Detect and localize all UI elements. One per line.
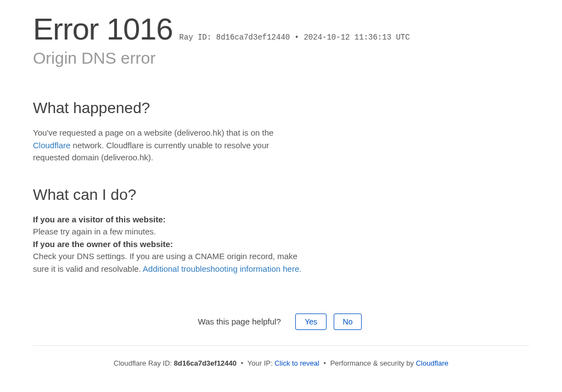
footer-bullet-1: •	[239, 359, 245, 367]
footer-ray-label: Cloudflare Ray ID:	[114, 359, 174, 367]
footer-ip-label: Your IP:	[248, 359, 274, 367]
feedback-question: Was this page helpful?	[198, 317, 281, 326]
what-can-i-do-section: What can I do? If you are a visitor of t…	[33, 186, 307, 276]
footer-bullet-2: •	[322, 359, 328, 367]
what-can-i-do-heading: What can I do?	[33, 186, 307, 204]
ip-reveal-link[interactable]: Click to reveal	[274, 359, 319, 367]
yes-button[interactable]: Yes	[295, 313, 327, 330]
no-button[interactable]: No	[334, 313, 362, 330]
footer-perf-label: Performance & security by	[330, 359, 416, 367]
visitor-heading: If you are a visitor of this website:	[33, 214, 307, 226]
ray-id-prefix: Ray ID:	[179, 33, 216, 42]
feedback-section: Was this page helpful? Yes No	[33, 313, 529, 345]
visitor-text: Please try again in a few minutes.	[33, 226, 307, 238]
error-title: Error 1016	[33, 11, 173, 47]
footer-ray-id: 8d16ca7d3ef12440	[174, 359, 237, 367]
owner-heading: If you are the owner of this website:	[33, 238, 307, 251]
troubleshooting-link[interactable]: Additional troubleshooting information h…	[143, 264, 301, 273]
ray-meta: Ray ID: 8d16ca7d3ef12440 • 2024-10-12 11…	[179, 33, 410, 42]
what-happened-heading: What happened?	[33, 99, 307, 117]
what-happened-body: You've requested a page on a website (de…	[33, 127, 307, 164]
timestamp: 2024-10-12 11:36:13 UTC	[304, 33, 409, 42]
ray-id-value: 8d16ca7d3ef12440	[216, 33, 290, 42]
meta-bullet: •	[290, 33, 304, 42]
owner-text: Check your DNS settings. If you are usin…	[33, 250, 307, 275]
error-subtitle: Origin DNS error	[33, 49, 529, 68]
footer: Cloudflare Ray ID: 8d16ca7d3ef12440 • Yo…	[0, 346, 562, 380]
wh-text-before: You've requested a page on a website (de…	[33, 128, 273, 137]
what-happened-section: What happened? You've requested a page o…	[33, 99, 307, 164]
footer-cloudflare-link[interactable]: Cloudflare	[416, 359, 448, 367]
cloudflare-link[interactable]: Cloudflare	[33, 141, 70, 150]
